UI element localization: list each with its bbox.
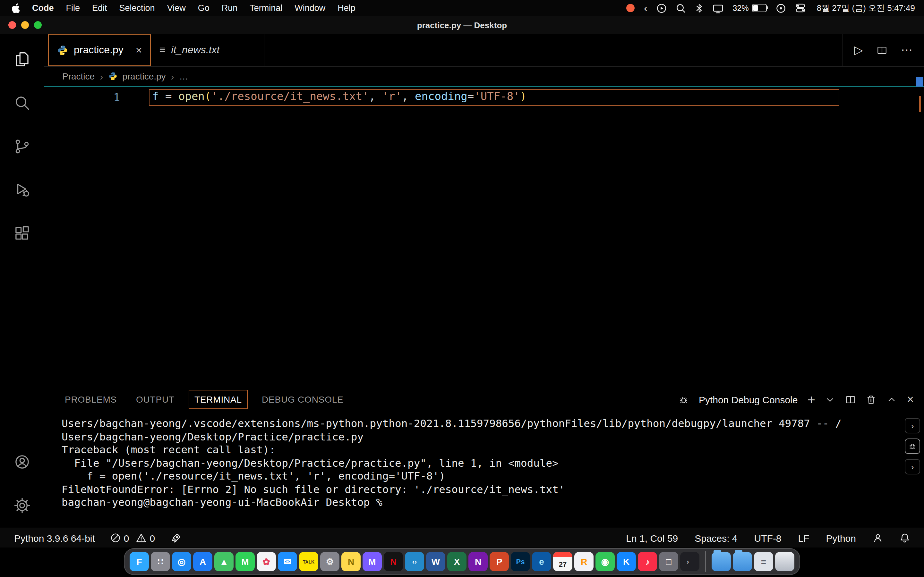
dock-excel[interactable]: X <box>447 552 467 571</box>
dock-onenote[interactable]: N <box>468 552 488 571</box>
code-line[interactable]: f = open('./resource/it_news.txt', 'r', … <box>149 89 839 106</box>
account-icon[interactable] <box>7 447 37 476</box>
dock-mail[interactable]: ✉ <box>278 552 297 571</box>
display-icon[interactable] <box>712 3 724 13</box>
tab-it-news-txt[interactable]: ≡ it_news.txt <box>151 34 265 66</box>
breadcrumb-file[interactable]: practice.py <box>122 71 166 81</box>
dock-maps[interactable]: ▲ <box>214 552 234 571</box>
zoom-window-button[interactable] <box>34 21 42 29</box>
recording-indicator-icon[interactable] <box>627 4 635 12</box>
menu-view[interactable]: View <box>167 3 186 13</box>
dock-screen-mirroring[interactable]: □ <box>659 552 678 571</box>
terminal-output[interactable]: Users/bagchan-yeong/.vscode/extensions/m… <box>44 414 924 509</box>
close-tab-icon[interactable]: × <box>136 45 142 55</box>
dock-documents-folder[interactable] <box>733 552 752 571</box>
extensions-icon[interactable] <box>7 219 37 248</box>
apple-menu-icon[interactable] <box>11 3 20 13</box>
search-icon[interactable] <box>7 88 37 117</box>
new-terminal-button[interactable]: + <box>807 393 815 406</box>
scrollbar-thumb[interactable] <box>916 77 923 87</box>
menu-clock[interactable]: 8월 27일 (금) 오전 5:47:49 <box>817 2 915 14</box>
language-mode[interactable]: Python <box>826 532 856 543</box>
code-editor[interactable]: 1 f = open('./resource/it_news.txt', 'r'… <box>44 86 924 385</box>
eol-sequence[interactable]: LF <box>798 532 809 543</box>
terminal-instance-icon[interactable]: › <box>905 418 920 434</box>
menu-terminal[interactable]: Terminal <box>250 3 282 13</box>
terminal-instance-icon[interactable]: › <box>905 459 920 474</box>
dock-downloads-folder[interactable] <box>712 552 731 571</box>
dock-reminders[interactable]: R <box>574 552 594 571</box>
dock-kakaotalk[interactable]: TALK <box>299 552 318 571</box>
more-actions-icon[interactable]: ⋯ <box>901 44 913 56</box>
dock-music[interactable]: ♪ <box>638 552 657 571</box>
dock-word[interactable]: W <box>426 552 445 571</box>
panel-tab-problems[interactable]: PROBLEMS <box>60 390 122 408</box>
indentation[interactable]: Spaces: 4 <box>695 532 737 543</box>
control-center-icon[interactable] <box>795 3 806 13</box>
dock-terminal[interactable]: ›_ <box>680 552 699 571</box>
close-window-button[interactable] <box>8 21 16 29</box>
run-debug-icon[interactable] <box>7 175 37 205</box>
tab-practice-py[interactable]: practice.py × <box>48 34 151 66</box>
dock-files-stack[interactable]: ≡ <box>754 552 773 571</box>
menu-selection[interactable]: Selection <box>120 3 155 13</box>
notifications-bell-icon[interactable] <box>900 533 910 543</box>
panel-tab-terminal[interactable]: TERMINAL <box>189 390 248 409</box>
window-titlebar[interactable]: practice.py — Desktop <box>0 16 924 34</box>
dock-messages[interactable]: M <box>236 552 255 571</box>
dock-photos[interactable]: ✿ <box>257 552 276 571</box>
dock-facetime[interactable]: ◉ <box>596 552 615 571</box>
overview-ruler[interactable] <box>915 87 924 385</box>
split-terminal-icon[interactable] <box>845 394 856 405</box>
dock-safari[interactable]: ◎ <box>172 552 191 571</box>
dock-photoshop[interactable]: Ps <box>511 552 530 571</box>
dock-edge[interactable]: e <box>532 552 551 571</box>
now-playing-icon[interactable] <box>656 3 667 13</box>
dock-finder[interactable]: F <box>129 552 149 571</box>
menu-go[interactable]: Go <box>198 3 210 13</box>
minimize-window-button[interactable] <box>21 21 29 29</box>
chevron-left-icon[interactable]: ‹ <box>644 3 648 13</box>
breadcrumb-folder[interactable]: Practice <box>62 71 95 81</box>
dock-powerpoint[interactable]: P <box>489 552 509 571</box>
menu-run[interactable]: Run <box>222 3 238 13</box>
console-selector[interactable]: Python Debug Console <box>699 394 798 405</box>
feedback-person-icon[interactable] <box>873 533 883 543</box>
debug-terminal-icon[interactable] <box>905 438 920 454</box>
explorer-icon[interactable] <box>7 44 37 74</box>
menu-window[interactable]: Window <box>294 3 325 13</box>
menu-help[interactable]: Help <box>338 3 355 13</box>
breadcrumb-symbol[interactable]: … <box>179 71 188 81</box>
dock-app-store[interactable]: A <box>193 552 212 571</box>
gauge-icon[interactable] <box>776 3 786 13</box>
maximize-panel-icon[interactable] <box>887 394 897 405</box>
close-panel-icon[interactable]: × <box>907 394 914 405</box>
panel-tab-output[interactable]: OUTPUT <box>131 390 180 408</box>
split-editor-icon[interactable] <box>877 45 887 55</box>
run-button[interactable]: ▷ <box>854 44 863 56</box>
dock-system-settings[interactable]: ⚙ <box>320 552 339 571</box>
encoding[interactable]: UTF-8 <box>754 532 782 543</box>
kill-terminal-icon[interactable] <box>866 394 877 405</box>
dock-launchpad[interactable]: ∷ <box>151 552 170 571</box>
dock-trash[interactable] <box>775 552 795 571</box>
terminal-dropdown-icon[interactable] <box>825 394 836 405</box>
python-interpreter[interactable]: Python 3.9.6 64-bit <box>14 532 95 543</box>
rocket-icon[interactable] <box>170 533 181 543</box>
menu-file[interactable]: File <box>66 3 80 13</box>
problems-status[interactable]: 0 0 <box>110 532 155 543</box>
dock-keynote[interactable]: K <box>617 552 636 571</box>
dock-netflix[interactable]: N <box>384 552 403 571</box>
menu-code[interactable]: Code <box>32 3 54 13</box>
panel-tab-debug-console[interactable]: DEBUG CONSOLE <box>257 390 349 408</box>
battery-indicator[interactable]: 32% <box>733 3 767 13</box>
spotlight-icon[interactable] <box>676 3 686 13</box>
source-control-icon[interactable] <box>7 131 37 161</box>
bluetooth-icon[interactable] <box>695 3 703 13</box>
cursor-position[interactable]: Ln 1, Col 59 <box>626 532 678 543</box>
dock-messenger[interactable]: M <box>363 552 382 571</box>
settings-gear-icon[interactable] <box>7 490 37 520</box>
dock-notes[interactable]: N <box>341 552 360 571</box>
dock-calendar[interactable]: 27 <box>553 552 572 571</box>
menu-edit[interactable]: Edit <box>92 3 107 13</box>
